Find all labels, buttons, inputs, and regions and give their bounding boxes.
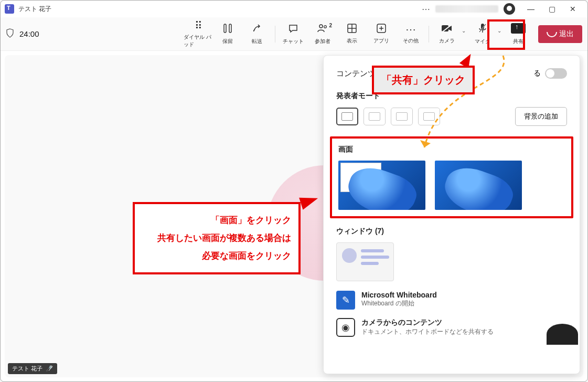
app-window: テスト 花子 ⋯ — ▢ ✕ 24:00 ⠿ ダイヤル パッド 保留 転送 [0,0,588,382]
screen-section-highlighted: 画面 [330,136,573,218]
separator [429,26,429,43]
hold-button[interactable]: 保留 [213,19,242,49]
callout-screen-click: 「画面」をクリック 共有したい画面が複数ある場合は 必要な画面をクリック [133,202,301,274]
camera-content-subtitle: ドキュメント、ホワイトボードなどを共有する [361,327,494,336]
svg-rect-0 [224,24,226,33]
mic-button[interactable]: マイク [468,19,497,49]
content-label: コンテンツ [336,69,376,79]
window-thumb[interactable] [336,242,394,281]
title-ellipsis-button[interactable]: ⋯ [422,4,430,14]
shield-icon [6,28,14,40]
share-button[interactable]: 共有 [504,19,533,49]
apps-button[interactable]: アプリ [367,19,396,49]
add-background-button[interactable]: 背景の追加 [515,107,567,126]
leave-button[interactable]: 退出 [538,25,582,43]
screen-2-thumb[interactable] [435,161,522,210]
teams-logo-icon [5,4,14,14]
camera-off-icon [441,24,453,36]
participants-count: 2 [329,23,332,28]
include-sound-toggle[interactable] [545,68,567,79]
separator [275,26,275,43]
camera-content-title: カメラからのコンテンツ [361,318,494,327]
transfer-button[interactable]: 転送 [242,19,272,49]
meeting-toolbar: 24:00 ⠿ ダイヤル パッド 保留 転送 チャット [1,17,587,51]
screen-section-title: 画面 [338,145,565,154]
screen-1-thumb[interactable] [338,161,425,210]
chat-icon [288,23,298,36]
grid-icon [347,24,357,36]
window-title: テスト 花子 [18,5,51,14]
view-button[interactable]: 表示 [337,19,367,49]
more-icon: ⋯ [405,23,416,36]
more-button[interactable]: ⋯ その他 [396,19,425,49]
dialpad-icon: ⠿ [195,19,202,32]
apps-icon [377,24,386,36]
maximize-button[interactable]: ▢ [541,5,562,13]
self-preview-edge [547,324,578,345]
share-screen-icon [511,23,526,36]
whiteboard-icon: ✎ [336,291,355,310]
pause-icon [223,23,232,36]
mic-off-icon [478,23,487,36]
minimize-button[interactable]: — [520,5,541,13]
mic-muted-icon: 🎤̸ [46,365,53,372]
presenter-mode-side-by-side[interactable] [391,108,413,125]
titlebar: テスト 花子 ⋯ — ▢ ✕ [1,1,587,17]
camera-button[interactable]: カメラ [432,19,462,49]
camera-content-option[interactable]: ◉ カメラからのコンテンツ ドキュメント、ホワイトボードなどを共有する [336,318,567,337]
participants-icon [317,23,328,36]
call-timer: 24:00 [19,29,39,38]
whiteboard-title: Microsoft Whiteboard [361,291,437,299]
whiteboard-option[interactable]: ✎ Microsoft Whiteboard Whiteboard の開始 [336,291,567,310]
svg-point-2 [319,25,323,28]
presenter-mode-content-only[interactable] [336,108,358,125]
presenter-mode-reporter[interactable] [418,108,440,125]
hangup-icon [547,31,556,37]
close-button[interactable]: ✕ [562,5,583,13]
include-sound-label: る [533,69,541,78]
transfer-icon [252,23,262,36]
window-section-title: ウィンドウ (7) [336,227,567,236]
presenter-mode-standout[interactable] [364,108,386,125]
account-email-blurred [435,5,498,13]
whiteboard-subtitle: Whiteboard の開始 [361,299,437,308]
participants-button[interactable]: 2 参加者 [308,19,337,49]
callout-share-click: 「共有」クリック [372,66,475,94]
avatar[interactable] [504,3,515,15]
share-content-panel: コンテンツ る 発表者モード 背景の追加 画面 ウィン [323,55,580,374]
mini-popup-overlay [340,163,381,192]
camera-content-icon: ◉ [336,318,355,337]
dialpad-button[interactable]: ⠿ ダイヤル パッド [184,19,213,49]
participant-name-tag: テスト 花子 🎤̸ [8,363,57,374]
chat-button[interactable]: チャット [279,19,308,49]
svg-rect-1 [229,24,231,33]
svg-point-3 [324,25,327,28]
